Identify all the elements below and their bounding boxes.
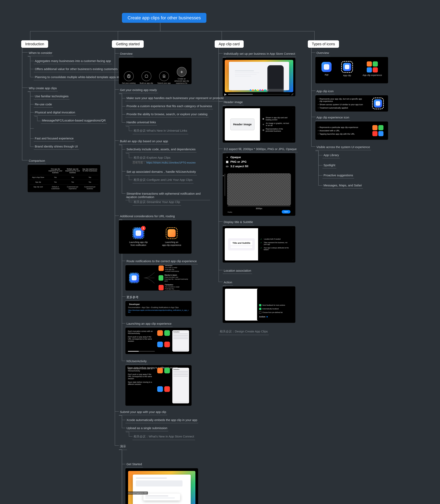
cmp-head-one: One app clip experience for your busines… xyxy=(47,167,64,175)
node-comparison[interactable]: Comparison xyxy=(28,158,46,164)
node-brand-identity[interactable]: Brand identity shines through UI xyxy=(34,144,79,150)
check-icon: ✔ xyxy=(261,238,263,240)
node-visible-across-system[interactable]: Visible across the system UI experience xyxy=(316,145,371,150)
ref-streamline[interactable]: 相关会议-Streamline Your App Clip xyxy=(133,199,181,206)
open-button[interactable]: Open xyxy=(282,210,290,213)
node-demo[interactable]: 演示 xyxy=(119,444,127,450)
node-handle-each-business[interactable]: Make sure your app handles each business… xyxy=(125,96,225,101)
node-aspect-fill[interactable]: 3:2 aspect fill, 2000px * 3000px, PNG or… xyxy=(223,147,298,152)
exp-line-1: Each invocation comes with an NSUserActi… xyxy=(128,330,155,335)
mubu-link[interactable]: 思维导图： https://share.mubu.com/doc/1PTG-eu… xyxy=(133,161,196,164)
node-fast-focused[interactable]: Fast and focused experience xyxy=(34,136,75,142)
header-image-card: Header image ▦Shown in app clip card and… xyxy=(223,106,295,142)
cmp-r1c1: Yes xyxy=(47,175,64,180)
aspect-icon: ▭ xyxy=(226,165,229,168)
dim-width-label: 3000px xyxy=(225,207,293,210)
branch-introduction[interactable]: Introduction xyxy=(21,40,48,48)
title-field[interactable]: Title and Subtitle xyxy=(231,241,252,245)
node-more-reference[interactable]: 更多参考 xyxy=(125,294,139,301)
branch-app-clip-card[interactable]: App clip card xyxy=(215,40,244,48)
node-additional-value[interactable]: Offers additional value for other busine… xyxy=(34,67,119,72)
nsua-l2: Don't push or pop away if the URL corres… xyxy=(128,373,155,380)
route-item-name-0: Metatops xyxy=(165,265,189,267)
ref-configure-link[interactable]: 相关会议-Configure and Link Your App Clips xyxy=(133,177,193,183)
ref-app-store-connect[interactable]: 相关会议：What's New in App Store Connect xyxy=(133,434,195,440)
root-node[interactable]: Create app clips for other businesses xyxy=(122,13,206,23)
node-reuse-code[interactable]: Re-use code xyxy=(34,102,53,108)
icons-overview-card: App App clip App clip experience xyxy=(316,57,388,83)
node-build-app-clip[interactable]: Build an app clip based on your app xyxy=(119,139,169,144)
node-header-image[interactable]: Header image xyxy=(223,99,244,105)
experience-icon-grid xyxy=(372,125,384,136)
doc-link[interactable]: https://developer.apple.com/documentatio… xyxy=(128,309,189,313)
video-controls[interactable]: ▶ ⤢ xyxy=(223,93,295,96)
ref-design-create-app-clips[interactable]: 相关会议：Design Create App Clips xyxy=(219,329,269,335)
cmp-r1c0: App in App Store xyxy=(29,175,47,180)
node-route-notifications[interactable]: Route notifications to the correct app c… xyxy=(125,259,198,264)
node-icons-overview[interactable]: Overview xyxy=(316,50,330,56)
store-icon: ▤ xyxy=(262,129,264,131)
ref-universal-links[interactable]: 相关会议-What's New in Universal Links xyxy=(133,128,188,134)
breadcrumb: Documentation › App Clips › Enabling Not… xyxy=(128,307,189,308)
node-gs-overview[interactable]: Overview xyxy=(119,51,134,57)
ref-explore-app-clips[interactable]: 相关会议-Explore App Clips xyxy=(133,155,172,161)
node-display-title[interactable]: Display title & Subtitle xyxy=(223,220,254,225)
dim-height-label: 2000px xyxy=(223,174,224,177)
nsua-l3: Save state before moving to a different … xyxy=(128,381,155,385)
image-icon: ▦ xyxy=(226,160,229,163)
node-familiar-technologies[interactable]: Use familiar technologies xyxy=(34,94,69,99)
nsua-l1: Each invocation comes with an NSUserActi… xyxy=(128,368,155,372)
node-selectively-include[interactable]: Selectively include code, assets, and de… xyxy=(125,147,196,153)
node-app-clip-icon[interactable]: App clip icon xyxy=(316,89,335,95)
node-streamline-transactions[interactable]: Streamline transactions with ephemeral n… xyxy=(125,191,210,200)
gs-tile-1: Get your existing app ready xyxy=(121,82,137,84)
developer-reference-card[interactable]: Developer Documentation › App Clips › En… xyxy=(125,301,192,316)
aspect-fill-card: ▪Opaque ▦PNG or JPG ▭3:2 aspect fill 300… xyxy=(223,153,295,216)
node-associated-domains[interactable]: Set up associated domains，handle NSUserA… xyxy=(125,169,197,175)
node-experience-icon[interactable]: App clip experience icon xyxy=(316,115,350,121)
node-why-create[interactable]: Why create app clips xyxy=(28,86,58,91)
branch-getting-started[interactable]: Getting started xyxy=(112,40,144,48)
fullscreen-icon[interactable]: ⤢ xyxy=(291,93,294,96)
progress-bar xyxy=(128,351,155,351)
gs-overview-card: Get your existing app ready Build an app… xyxy=(119,58,192,84)
url-launch-card: 1 Launching app clip from notification L… xyxy=(119,220,192,254)
node-single-submission[interactable]: Upload as a single submission xyxy=(125,426,168,431)
svg-rect-0 xyxy=(145,75,148,78)
node-xcode-embeds[interactable]: Xcode automatically embeds the app clip … xyxy=(125,418,198,423)
node-individually-set-up[interactable]: Individually set up per business in App … xyxy=(223,51,296,57)
launching-experience-card: Each invocation comes with an NSUserActi… xyxy=(125,328,192,354)
node-browse-search-explore[interactable]: Provide the ability to browse, search, o… xyxy=(125,112,208,117)
app-clip-icon xyxy=(341,61,353,73)
node-location-association[interactable]: Location association xyxy=(223,268,252,274)
branch-types-of-icons[interactable]: Types of icons xyxy=(308,40,339,48)
node-custom-experience[interactable]: Provide a custom experience that fits ea… xyxy=(125,104,213,109)
node-when-to-consider[interactable]: When to consider xyxy=(28,50,53,56)
node-aggregates-businesses[interactable]: Aggregates many businesses into a custom… xyxy=(34,58,112,64)
appstore-icon xyxy=(124,71,134,81)
node-existing-app-ready[interactable]: Get your existing app ready xyxy=(119,87,158,93)
app-icon xyxy=(321,62,331,72)
node-url-routing[interactable]: Additional considerations for URL routin… xyxy=(119,214,176,219)
node-nsuseractivity[interactable]: NSUserActivity xyxy=(125,359,148,364)
node-messages-maps-safari[interactable]: Messages, Maps, and Safari xyxy=(322,183,363,189)
mubu-link-url[interactable]: https://share.mubu.com/doc/1PTG-euvzeo xyxy=(146,161,195,164)
node-physical-digital-invocation[interactable]: Physical and digital invocation xyxy=(34,110,76,116)
node-invocation-methods[interactable]: iMessage/NFC/Location-based suggestions/… xyxy=(41,118,107,124)
node-spotlight[interactable]: Spotlight xyxy=(322,163,336,168)
node-launching-app-clip-experience[interactable]: Launching an app clip experience xyxy=(125,321,173,327)
display-title-card: Title and Subtitle ✔Localize both if nee… xyxy=(223,226,295,263)
node-app-library[interactable]: App Library xyxy=(322,153,340,158)
node-universal-links[interactable]: Handle universal links xyxy=(125,120,157,126)
panel-name: Fantastico xyxy=(173,331,188,333)
node-proactive-suggestions[interactable]: Proactive suggestions xyxy=(322,173,354,179)
node-submit-your-app[interactable]: Submit your app with your app clip xyxy=(119,409,167,415)
node-demo-get-started[interactable]: Get Started xyxy=(125,462,143,467)
subtitle-field[interactable] xyxy=(231,246,252,248)
cmp-r2c2: Yes xyxy=(64,180,81,184)
play-icon[interactable]: ▶ xyxy=(224,93,227,96)
notification-badge: 1 xyxy=(141,226,146,231)
cmp-r4c0: Businesses xyxy=(29,191,47,192)
node-action[interactable]: Action xyxy=(223,280,233,286)
app-clip-experience-icon xyxy=(367,61,378,72)
